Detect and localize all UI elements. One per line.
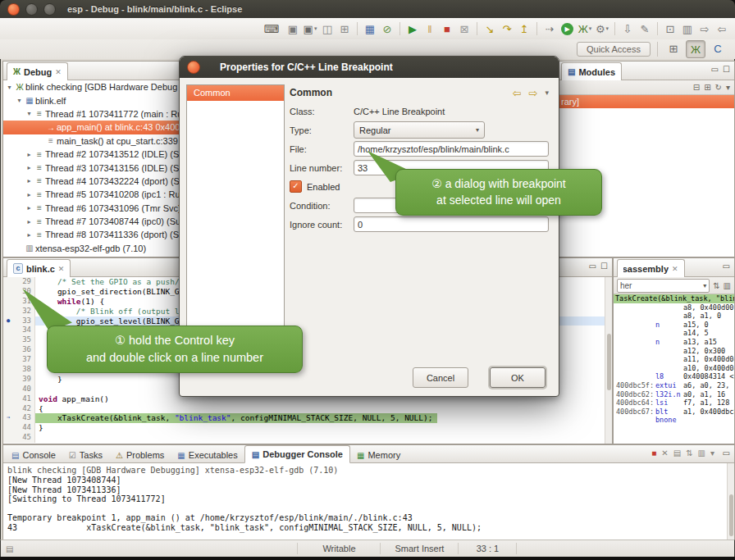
console-scrollbar[interactable] xyxy=(727,463,734,540)
sep[interactable] xyxy=(614,22,615,35)
disassembly-line[interactable]: 400dbc64: lsi f7, a1, 128 xyxy=(614,398,734,407)
bottom-tab[interactable]: ▤ Debugger Console xyxy=(244,445,350,463)
run-icon[interactable]: ▶ xyxy=(561,23,573,35)
line-number[interactable]: 37 xyxy=(13,355,35,365)
code-line[interactable]: → 43 xTaskCreate(&blink_task, "blink_tas… xyxy=(3,413,612,423)
disassembly-line[interactable]: n a13, a15 xyxy=(614,338,734,347)
line-number[interactable]: 35 xyxy=(13,335,35,345)
close-icon[interactable]: ✕ xyxy=(55,68,62,76)
console-menu-icon[interactable]: ▾ xyxy=(710,448,714,458)
minimize-view-icon[interactable]: ▭ xyxy=(723,262,730,271)
disassembly-line[interactable]: 400dbc67: blt a1, 0x400dbc81 <__adddf3 xyxy=(614,407,734,417)
keyboard-icon[interactable]: ⌨ xyxy=(263,20,280,37)
location-input[interactable]: her ▾ xyxy=(617,279,710,293)
debug-tree-row[interactable]: ▸ ≡ Thread #2 1073413512 (IDLE) (Susp xyxy=(3,148,180,161)
tab-blink-c[interactable]: c blink.c ✕ xyxy=(7,259,71,277)
line-marker-icon[interactable] xyxy=(3,297,13,307)
step-into-icon[interactable]: ↘ xyxy=(482,20,498,37)
line-marker-icon[interactable] xyxy=(3,326,13,335)
new-window-icon[interactable]: ⊡ xyxy=(662,20,678,37)
line-marker-icon[interactable] xyxy=(3,345,13,355)
disassembly-line[interactable]: 400dbc5f: extui a6, a0, 23, 13 xyxy=(614,381,734,390)
line-number[interactable]: 44 xyxy=(13,423,35,433)
tab-debug[interactable]: Ж Debug ✕ xyxy=(7,62,68,80)
external-tools-icon[interactable]: ⚙ ▾ xyxy=(594,20,610,37)
code-line[interactable]: 44 } xyxy=(3,423,612,433)
minimize-view-icon[interactable]: ▭ xyxy=(723,448,730,458)
window-maximize-button[interactable] xyxy=(43,3,56,16)
quick-access-button[interactable]: Quick Access xyxy=(577,42,651,57)
close-icon[interactable]: ✕ xyxy=(672,265,678,273)
bottom-tab[interactable]: ▦ Memory xyxy=(350,447,407,463)
debug-tree-row[interactable]: ▸ ≡ Thread #4 1073432224 (dport) (Sus xyxy=(3,175,180,188)
debug-launch-icon[interactable]: Ж ▾ xyxy=(577,20,593,37)
disassembly-line[interactable]: n a15, 0 xyxy=(614,321,734,330)
line-marker-icon[interactable] xyxy=(3,355,13,365)
file-input[interactable] xyxy=(354,141,549,157)
line-marker-icon[interactable] xyxy=(3,335,13,345)
clear-console-icon[interactable]: ▤ xyxy=(673,448,681,458)
debug-tree-row[interactable]: → app_main() at blink.c:43 0x400dbc xyxy=(3,121,180,134)
disassembly-line[interactable]: l8 0x40084314 <xTaskCreatePinned xyxy=(614,372,734,381)
line-number[interactable]: 40 xyxy=(13,385,35,394)
open-perspective-icon[interactable]: ⊞ xyxy=(664,40,682,57)
tree-expand-icon[interactable]: ▸ xyxy=(25,231,34,239)
maximize-view-icon[interactable]: ☐ xyxy=(723,65,730,74)
disassembly-content[interactable]: TaskCreate(&blink_task, "blink_tas a8, 0… xyxy=(614,294,734,444)
line-number[interactable]: 33 xyxy=(13,316,35,326)
line-number[interactable]: 30 xyxy=(13,287,35,297)
window-close-button[interactable] xyxy=(7,3,20,16)
view-menu-icon[interactable]: ▥ xyxy=(724,281,731,290)
disassembly-line[interactable]: a8, 0x400d00f8 <_stext+224> xyxy=(614,303,734,312)
close-icon[interactable]: ✕ xyxy=(58,265,65,273)
layout-icon[interactable]: ▣ xyxy=(285,20,301,37)
debug-tree-row[interactable]: ▾ Ж blink checking [GDB Hardware Debug xyxy=(3,80,180,93)
disconnect-icon[interactable]: ⊠ xyxy=(456,20,472,37)
dialog-close-button[interactable] xyxy=(187,61,200,74)
tree-expand-icon[interactable]: ▾ xyxy=(25,110,34,117)
suspend-icon[interactable]: ‖ xyxy=(422,20,438,37)
next-annotation-icon[interactable]: ⇨ xyxy=(696,20,713,37)
line-number[interactable]: 39 xyxy=(13,375,35,385)
pin-console-icon[interactable]: ▥ xyxy=(698,448,705,458)
tab-disassembly[interactable]: Disassembly ✕ xyxy=(617,259,685,277)
tree-expand-icon[interactable]: ▸ xyxy=(25,191,34,198)
line-marker-icon[interactable] xyxy=(3,365,13,375)
debug-tree-row[interactable]: ▸ ≡ Thread #7 1073408744 (ipc0) (Susp xyxy=(3,215,180,228)
tree-expand-icon[interactable]: ▾ xyxy=(5,84,14,91)
new-wizard-icon[interactable]: ▣ ▾ xyxy=(302,20,318,37)
line-marker-icon[interactable] xyxy=(3,404,13,414)
line-marker-icon[interactable] xyxy=(3,307,13,316)
tree-expand-icon[interactable]: ▸ xyxy=(25,204,34,212)
save-all-icon[interactable]: ⊞ xyxy=(336,20,353,37)
debug-tree-row[interactable]: ≡ main_task() at cpu_start.c:339 0x4 xyxy=(3,134,180,148)
debug-tree-row[interactable]: ▾ ≡ Thread #1 1073411772 (main : Runn xyxy=(3,107,180,121)
tree-expand-icon[interactable]: ▸ xyxy=(25,218,34,225)
line-marker-icon[interactable] xyxy=(3,277,13,287)
sep[interactable] xyxy=(536,22,537,35)
disassembly-line[interactable]: a8, a1, 0 xyxy=(614,312,734,321)
disassembly-line[interactable]: a11, 0x400d0460 <_stext+1096> xyxy=(614,355,734,364)
chevron-down-icon[interactable]: ▾ xyxy=(703,282,706,289)
line-number[interactable]: 34 xyxy=(13,326,35,335)
load-symbols-icon[interactable]: ⇩ xyxy=(619,20,636,37)
line-number[interactable]: 29 xyxy=(13,277,35,287)
line-marker-icon[interactable] xyxy=(3,287,13,297)
line-number[interactable]: 41 xyxy=(13,394,35,404)
resume-icon[interactable]: ▶ xyxy=(404,20,421,37)
line-marker-icon[interactable]: ● xyxy=(3,316,13,326)
view-menu-icon[interactable]: ▾ xyxy=(545,89,549,97)
debug-tree-row[interactable]: ▸ ≡ Thread #6 1073431096 (Tmr Svc) (S xyxy=(3,202,180,215)
tab-modules[interactable]: ▤ Modules xyxy=(561,62,622,80)
expand-all-icon[interactable]: ⊞ xyxy=(704,83,710,92)
line-number[interactable]: 38 xyxy=(13,365,35,375)
sep[interactable] xyxy=(477,22,477,35)
disassembly-line[interactable]: TaskCreate(&blink_task, "blink_tas xyxy=(614,294,734,303)
sep[interactable] xyxy=(357,22,358,35)
refresh-icon[interactable]: ↻ xyxy=(715,83,722,92)
tree-expand-icon[interactable]: ▸ xyxy=(25,164,34,171)
terminate-icon[interactable]: ■ xyxy=(651,448,656,458)
debug-tree-row[interactable]: ▸ ≡ Thread #3 1073413156 (IDLE) (Susp xyxy=(3,161,180,174)
back-arrow-icon[interactable]: ⇦ xyxy=(513,87,522,99)
cpp-perspective-icon[interactable]: C xyxy=(709,40,727,57)
